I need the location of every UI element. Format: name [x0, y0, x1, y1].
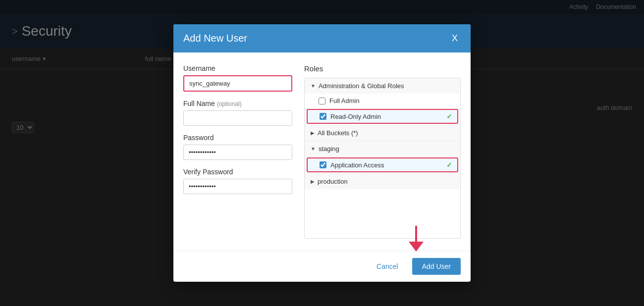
username-label: Username: [183, 64, 292, 72]
fullname-input[interactable]: [183, 110, 292, 126]
application-access-checkbox[interactable]: [320, 161, 326, 168]
username-input[interactable]: [183, 75, 292, 92]
triangle-down-icon: ▼: [311, 83, 316, 89]
triangle-down-icon-2: ▼: [311, 146, 316, 152]
role-group-admin: ▼ Administration & Global Roles Full Adm…: [305, 78, 460, 125]
cancel-button[interactable]: Cancel: [369, 258, 406, 274]
modal-footer: Cancel Add User: [173, 251, 471, 282]
role-group-production: ▶ production: [305, 174, 460, 189]
full-admin-label: Full Admin: [329, 97, 360, 104]
add-new-user-modal: Add New User X Username Full Name (optio…: [173, 24, 471, 282]
password-group: Password: [183, 134, 292, 160]
role-group-production-label: production: [318, 178, 348, 185]
fullname-group: Full Name (optional): [183, 100, 292, 126]
password-input[interactable]: [183, 145, 292, 160]
triangle-right-icon: ▶: [311, 130, 315, 136]
role-group-all-buckets-header[interactable]: ▶ All Buckets (*): [305, 125, 460, 141]
modal-header: Add New User X: [173, 24, 471, 52]
role-group-all-buckets: ▶ All Buckets (*): [305, 125, 460, 141]
modal-body: Username Full Name (optional) Password V…: [173, 52, 471, 251]
role-item-full-admin: Full Admin: [305, 94, 460, 108]
verify-password-input[interactable]: [183, 179, 292, 194]
role-group-all-buckets-label: All Buckets (*): [318, 129, 358, 137]
verify-password-label: Verify Password: [183, 168, 292, 176]
modal-overlay: Add New User X Username Full Name (optio…: [0, 0, 644, 306]
role-item-read-only-admin: Read-Only Admin ✓: [307, 109, 458, 124]
role-group-staging-label: staging: [319, 145, 339, 153]
role-item-application-access: Application Access ✓: [307, 157, 458, 172]
password-label: Password: [183, 134, 292, 142]
application-access-checkmark: ✓: [446, 161, 452, 169]
application-access-label: Application Access: [330, 161, 384, 169]
role-group-admin-label: Administration & Global Roles: [319, 82, 404, 90]
role-group-staging: ▼ staging Application Access ✓: [305, 141, 460, 174]
role-group-production-header[interactable]: ▶ production: [305, 174, 460, 189]
form-column: Username Full Name (optional) Password V…: [183, 64, 292, 239]
modal-close-button[interactable]: X: [449, 32, 461, 45]
role-group-staging-header[interactable]: ▼ staging: [305, 141, 460, 156]
triangle-right-icon-2: ▶: [311, 179, 315, 184]
roles-panel: ▼ Administration & Global Roles Full Adm…: [304, 78, 461, 239]
full-admin-checkbox[interactable]: [319, 98, 325, 104]
roles-column: Roles ▼ Administration & Global Roles Fu…: [304, 64, 461, 239]
read-only-admin-checkmark: ✓: [446, 112, 452, 120]
read-only-admin-label: Read-Only Admin: [330, 113, 381, 120]
fullname-optional: (optional): [217, 101, 242, 107]
fullname-label: Full Name (optional): [183, 100, 292, 107]
modal-title: Add New User: [183, 33, 247, 44]
read-only-admin-checkbox[interactable]: [320, 113, 326, 120]
roles-title: Roles: [304, 64, 461, 73]
verify-password-group: Verify Password: [183, 168, 292, 194]
add-user-button[interactable]: Add User: [412, 258, 461, 275]
role-group-admin-header[interactable]: ▼ Administration & Global Roles: [305, 78, 460, 94]
username-group: Username: [183, 64, 292, 92]
